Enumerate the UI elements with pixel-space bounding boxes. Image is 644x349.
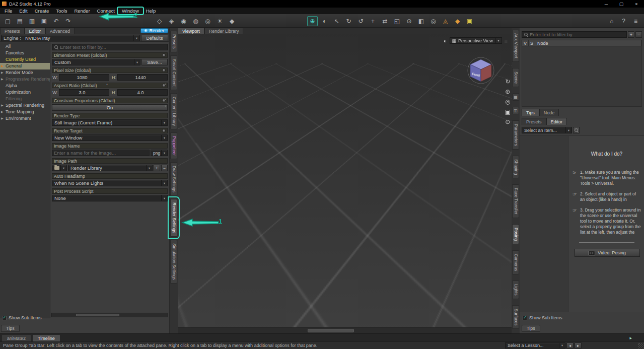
tab-timeline[interactable]: Timeline: [32, 334, 60, 341]
region-navigator-icon[interactable]: ◎: [428, 16, 439, 26]
viewport-menu-icon[interactable]: ≡: [505, 38, 508, 44]
next-lesson-button[interactable]: ▸: [575, 342, 582, 348]
horizontal-scrollbar[interactable]: [51, 313, 168, 317]
lock-icon[interactable]: [162, 84, 166, 87]
render-target-dropdown[interactable]: New Window: [52, 134, 168, 141]
category-item[interactable]: ▶ Currently Used: [0, 56, 50, 63]
category-item[interactable]: ▶ Render Mode: [0, 69, 50, 76]
dock-tab-render-settings[interactable]: Render Settings: [170, 199, 177, 237]
active-pose-tool-icon[interactable]: ⊙: [404, 16, 414, 26]
draw-style-icon[interactable]: ◐: [444, 38, 447, 44]
zoom-tool-icon[interactable]: ◎: [505, 99, 510, 105]
show-sub-items-checkbox[interactable]: ✓: [523, 316, 527, 320]
node-selection-icon[interactable]: ↖: [331, 16, 342, 26]
image-path-dropdown[interactable]: Render Library: [68, 165, 153, 171]
translate-tool-icon[interactable]: ⇄: [380, 16, 390, 26]
video-posing-button[interactable]: Video: Posing: [575, 249, 640, 257]
menu-render[interactable]: Render: [70, 8, 93, 14]
auto-headlamp-dropdown[interactable]: When No Scene Lights: [52, 180, 168, 186]
twist-tool-icon[interactable]: ↺: [355, 16, 366, 26]
menu-help[interactable]: Help: [142, 8, 160, 14]
new-camera-icon[interactable]: ◉: [178, 16, 189, 26]
lock-icon[interactable]: [162, 68, 166, 72]
menu-icon[interactable]: ≡: [630, 16, 641, 26]
lock-icon[interactable]: [162, 129, 166, 132]
dock-tab-puppeteer[interactable]: Puppeteer: [170, 132, 177, 159]
scene-tree[interactable]: [522, 46, 642, 107]
dock-tab-surfaces[interactable]: Surfaces: [512, 305, 519, 329]
image-format-dropdown[interactable]: png: [151, 150, 168, 156]
category-item[interactable]: ▶ Spectral Rendering: [0, 102, 50, 109]
help-icon[interactable]: ?: [618, 16, 629, 26]
viewport-scrollbar[interactable]: [178, 327, 512, 333]
dock-tab-simulation-settings[interactable]: Simulation Settings: [170, 240, 177, 284]
render-type-dropdown[interactable]: Still Image (Current Frame): [52, 119, 168, 126]
menu-file[interactable]: File: [1, 8, 16, 14]
menu-edit[interactable]: Edit: [16, 8, 31, 14]
aspect-height-spinner[interactable]: 4.0: [117, 89, 168, 96]
dock-tab-posing[interactable]: Posing: [512, 224, 519, 244]
aspect-width-spinner[interactable]: 3.0: [59, 89, 109, 96]
scene-remove-button[interactable]: −: [635, 31, 642, 38]
universal-tool-icon[interactable]: +: [368, 16, 378, 26]
dock-tab-lights[interactable]: Lights: [512, 281, 519, 299]
constrain-proportions-toggle[interactable]: On: [52, 104, 168, 111]
dock-tab-draw-settings[interactable]: Draw Settings: [170, 162, 177, 196]
scrollbar-handle[interactable]: [308, 329, 354, 332]
dock-tab-smart-content[interactable]: Smart Content: [170, 55, 177, 90]
tips-tab[interactable]: Tips: [522, 325, 540, 332]
tab-presets[interactable]: Presets: [0, 28, 25, 34]
category-item[interactable]: ▶ Progressive Rendering: [0, 76, 50, 83]
category-item[interactable]: ▶ All: [0, 43, 50, 50]
new-spotlight-icon[interactable]: ◍: [190, 16, 201, 26]
category-item[interactable]: ▶ Environment: [0, 115, 50, 122]
dock-tab-cameras[interactable]: Cameras: [512, 250, 519, 274]
search-button[interactable]: [573, 127, 580, 133]
scene-navigator-icon[interactable]: ⊕: [307, 16, 318, 26]
viewport-canvas[interactable]: ◐ ▦ Perspective View ≡ Front ↻⊕◎▣⊙: [178, 34, 512, 327]
new-primitive-icon[interactable]: ◆: [227, 16, 237, 26]
category-item[interactable]: ▶ Tone Mapping: [0, 109, 50, 115]
merge-file-icon[interactable]: ▥: [27, 16, 37, 26]
rotate-tool-icon[interactable]: ↻: [343, 16, 354, 26]
surface-selection-icon[interactable]: ◧: [416, 16, 426, 26]
pan-tool-icon[interactable]: ⊕: [505, 89, 510, 95]
undo-icon[interactable]: ↶: [51, 16, 61, 26]
home-icon[interactable]: ⌂: [606, 16, 617, 26]
scene-add-button[interactable]: +: [628, 31, 634, 38]
scrollbar-handle[interactable]: [76, 314, 119, 316]
previous-lesson-button[interactable]: ◂: [566, 342, 574, 348]
tab-tips[interactable]: Tips: [522, 109, 539, 116]
dock-tab-parameters[interactable]: Parameters: [512, 120, 519, 150]
tab-render-library[interactable]: Render Library: [204, 28, 244, 34]
save-file-icon[interactable]: ▣: [39, 16, 49, 26]
tab-presets-right[interactable]: Presets: [522, 118, 546, 125]
new-point-light-icon[interactable]: ◎: [202, 16, 213, 26]
frame-tool-icon[interactable]: ▣: [505, 109, 511, 115]
aim-tool-icon[interactable]: ⊙: [505, 119, 510, 125]
item-selector-dropdown[interactable]: Select an Item...: [522, 127, 572, 133]
tab-viewport[interactable]: Viewport: [178, 28, 204, 34]
remove-path-button[interactable]: −: [161, 165, 168, 171]
dock-tab-scene[interactable]: Scene: [512, 68, 519, 87]
new-distant-light-icon[interactable]: ☀: [214, 16, 225, 26]
bottom-corner-icon[interactable]: ▸: [629, 335, 632, 340]
tab-editor-right[interactable]: Editor: [546, 118, 567, 125]
open-file-icon[interactable]: ▤: [15, 16, 25, 26]
minimize-button[interactable]: ─: [599, 0, 614, 8]
dimension-preset-dropdown[interactable]: Custom: [52, 59, 140, 65]
resize-grip[interactable]: [638, 343, 643, 348]
lesson-selector-dropdown[interactable]: Select a Lesson...: [505, 342, 565, 348]
category-item[interactable]: ▶ General: [0, 63, 50, 69]
lock-icon[interactable]: [162, 99, 166, 102]
camera-selector-dropdown[interactable]: ▦ Perspective View: [450, 37, 502, 44]
post-process-dropdown[interactable]: None: [52, 195, 168, 201]
category-item[interactable]: ▶ Favorites: [0, 50, 50, 56]
save-preset-button[interactable]: Save...: [141, 59, 168, 65]
dock-tab-face-transfer[interactable]: Face Transfer: [512, 184, 519, 218]
collapsed-pane-icon-2[interactable]: ◫: [513, 107, 519, 114]
tab-animate2[interactable]: aniMate2: [2, 334, 31, 341]
tips-tab[interactable]: Tips: [1, 325, 20, 332]
dock-tab-aux-viewport[interactable]: Aux Viewport: [512, 30, 519, 62]
menu-create[interactable]: Create: [31, 8, 53, 14]
